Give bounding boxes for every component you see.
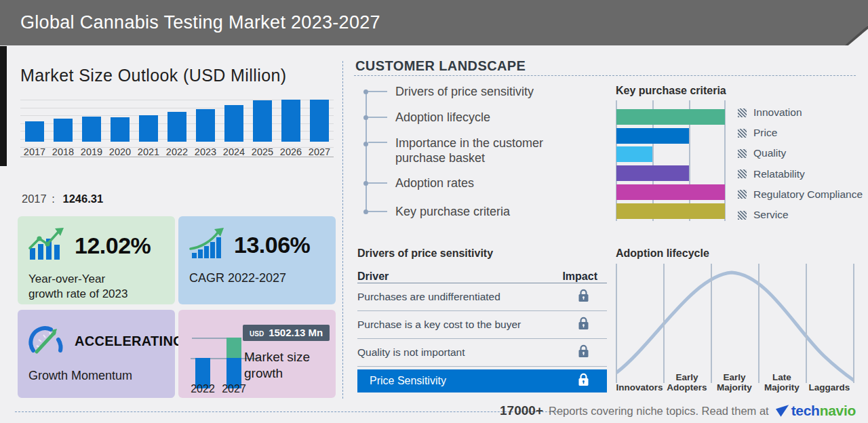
- market-size-bar: [111, 117, 130, 142]
- growth-bars-trend-icon: [28, 227, 66, 264]
- legend-item: Service: [738, 205, 863, 225]
- year-tick-label: 2026: [280, 146, 302, 157]
- momentum-label: Growth Momentum: [28, 368, 164, 384]
- market-size-growth-card: 2022 2027 USD 1502.13 Mn Market size gro…: [178, 310, 336, 398]
- speedometer-icon: [28, 325, 65, 357]
- drivers-table: Driver Impact Purchases are undifferenti…: [357, 266, 607, 392]
- lifecycle-gridline: [758, 264, 760, 383]
- chart-column: 2023: [191, 100, 220, 157]
- cagr-label: CAGR 2022-2027: [189, 270, 325, 287]
- technavio-logo[interactable]: technavio: [776, 403, 856, 419]
- market-size-bar: [82, 117, 101, 142]
- base-year-value: 1246.31: [63, 193, 104, 205]
- list-item-label: Importance in the customer purchase bask…: [395, 136, 572, 166]
- year-tick-label: 2021: [138, 146, 159, 157]
- kpc-bar: [616, 146, 652, 162]
- table-row: Purchase is a key cost to the buyer: [357, 311, 607, 339]
- kpc-bar: [616, 165, 689, 181]
- lifecycle-gridline: [806, 264, 807, 383]
- cagr-value: 13.06%: [234, 232, 310, 258]
- legend-item: Relatability: [738, 164, 863, 184]
- mini-chart-year: 2027: [219, 383, 249, 395]
- list-item-label: Drivers of price sensitivity: [395, 84, 572, 99]
- legend-swatch-icon: [738, 211, 747, 220]
- year-tick-label: 2025: [252, 146, 273, 157]
- customer-landscape-underline: [354, 75, 856, 76]
- table-row: Purchases are undifferentiated: [357, 283, 607, 311]
- kpc-bar: [616, 128, 689, 144]
- infographic-canvas: Global Cannabis Testing Market 2023-2027…: [0, 0, 868, 423]
- legend-label: Innovation: [753, 106, 802, 119]
- key-purchase-criteria-title: Key purchase criteria: [616, 85, 726, 97]
- list-bullet-dot: [363, 142, 368, 146]
- table-row: Quality is not important: [357, 339, 607, 367]
- badge-value: 1502.13 Mn: [269, 327, 323, 338]
- adoption-lifecycle-labels: InnovatorsEarlyAdoptersEarlyMajorityLate…: [616, 371, 854, 393]
- bar-2027-growth-segment: [226, 338, 241, 358]
- key-purchase-criteria-legend: InnovationPriceQualityRelatabilityRegula…: [738, 102, 863, 225]
- report-count: 17000+: [500, 403, 543, 418]
- list-bullet-dot: [363, 209, 368, 214]
- vertical-dashed-divider: [342, 61, 343, 399]
- growth-momentum-card: ACCELERATING Growth Momentum: [18, 310, 175, 398]
- list-item-label: Key purchase criteria: [395, 204, 572, 219]
- ascending-bars-arrow-icon: [189, 227, 226, 262]
- year-tick-label: 2027: [309, 146, 330, 157]
- chart-column: 2022: [163, 100, 191, 157]
- left-accent-stripe: [0, 46, 7, 166]
- list-item: Adoption lifecycle: [363, 110, 572, 125]
- base-year-label: 2017: [22, 193, 47, 205]
- col-impact: Impact: [562, 270, 607, 283]
- market-size-bar: [139, 115, 158, 142]
- list-connector-line: [368, 211, 387, 212]
- adoption-lifecycle-title: Adoption lifecycle: [616, 247, 709, 260]
- legend-item: Quality: [738, 143, 863, 163]
- highlight-row-label: Price Sensitivity: [357, 375, 446, 387]
- chart-column: 2027: [305, 100, 334, 157]
- header-bar: Global Cannabis Testing Market 2023-2027: [0, 0, 868, 45]
- lifecycle-stage-label: LateMajority: [755, 372, 809, 393]
- list-connector-line: [368, 117, 387, 118]
- yoy-growth-label: Year-over-Year growth rate of 2023: [28, 272, 164, 302]
- list-bullet-dot: [363, 89, 368, 94]
- list-connector-line: [368, 91, 387, 92]
- legend-item: Innovation: [738, 102, 863, 123]
- list-connector-line: [368, 182, 387, 184]
- list-item-label: Adoption lifecycle: [395, 110, 572, 125]
- lock-icon: [578, 373, 589, 389]
- list-item: Importance in the customer purchase bask…: [363, 136, 572, 166]
- list-item: Drivers of price sensitivity: [363, 84, 572, 99]
- list-item: Key purchase criteria: [363, 204, 572, 219]
- price-sensitivity-highlight-row: Price Sensitivity: [357, 369, 607, 392]
- mini-chart-year: 2022: [188, 383, 218, 395]
- drivers-title: Drivers of price sensitivity: [357, 247, 493, 260]
- base-year-separator: :: [52, 193, 55, 205]
- customer-landscape-title: CUSTOMER LANDSCAPE: [355, 58, 526, 74]
- chart-column: 2021: [134, 100, 163, 157]
- lifecycle-gridline: [711, 264, 712, 383]
- legend-swatch-icon: [738, 169, 747, 178]
- lifecycle-stage-label: Innovators: [612, 382, 667, 393]
- lifecycle-gridline: [616, 264, 617, 383]
- col-driver: Driver: [357, 270, 389, 283]
- chart-column: 2019: [77, 100, 106, 157]
- list-bullet-dot: [363, 181, 368, 186]
- brand-tech: tech: [791, 403, 820, 419]
- year-tick-label: 2017: [24, 146, 45, 157]
- badge-currency: USD: [250, 330, 264, 338]
- page-title: Global Cannabis Testing Market 2023-2027: [0, 0, 868, 45]
- yoy-growth-value: 12.02%: [75, 233, 151, 259]
- kpc-bar: [616, 109, 725, 125]
- lifecycle-gridline: [853, 264, 854, 383]
- year-tick-label: 2022: [166, 146, 188, 157]
- market-size-bar: [310, 100, 329, 142]
- chart-column: 2026: [277, 100, 305, 157]
- kpc-bar: [616, 184, 725, 200]
- legend-label: Relatability: [753, 168, 805, 180]
- drivers-table-header: Driver Impact: [357, 266, 607, 283]
- lifecycle-stage-label: Laggards: [802, 382, 856, 393]
- legend-label: Service: [753, 209, 789, 221]
- legend-swatch-icon: [738, 149, 747, 158]
- chart-column: 2020: [106, 100, 134, 157]
- footer-dashed-divider: [15, 411, 557, 412]
